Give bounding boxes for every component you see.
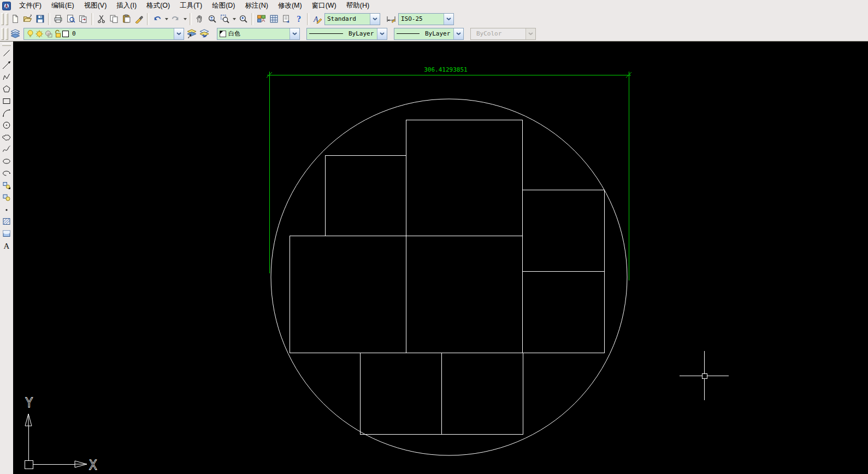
cad-rectangle[interactable] <box>406 236 522 353</box>
polygon-tool-button[interactable] <box>1 83 13 95</box>
toolbar-separator <box>307 13 309 25</box>
plot-style-value: ByColor <box>471 28 525 39</box>
zoom-previous-button[interactable] <box>237 13 250 25</box>
text-style-combo-arrow[interactable] <box>370 14 380 25</box>
pan-button[interactable] <box>193 13 206 25</box>
dim-style-icon[interactable] <box>385 13 397 25</box>
arc-tool-button[interactable] <box>1 107 13 119</box>
zoom-options-button[interactable] <box>231 13 237 25</box>
redo-button[interactable] <box>169 13 182 25</box>
menu-window[interactable]: 窗口(W) <box>307 0 341 11</box>
toolbar-grip[interactable] <box>1 28 4 40</box>
cad-rectangle[interactable] <box>522 271 604 353</box>
help-icon: ? <box>294 14 304 24</box>
polyline-tool-button[interactable] <box>1 71 13 83</box>
undo-button[interactable] <box>151 13 163 25</box>
layer-properties-manager-button[interactable] <box>9 27 21 40</box>
toolbar-grip[interactable] <box>1 13 4 25</box>
properties-palette-button[interactable]: A <box>255 13 268 25</box>
toolbar-grip[interactable] <box>5 28 8 40</box>
cad-rectangle[interactable] <box>441 353 523 434</box>
layer-previous-button[interactable] <box>198 27 210 40</box>
linear-dimension[interactable]: 306.41293851 <box>267 66 631 280</box>
line-tool-button[interactable] <box>1 47 13 59</box>
copy-button[interactable] <box>108 13 120 25</box>
layer-combo[interactable]: 0 <box>23 28 184 40</box>
linetype-combo[interactable]: ByLayer <box>306 28 387 40</box>
menu-dimension[interactable]: 标注(N) <box>240 0 273 11</box>
ellipse-tool-button[interactable] <box>1 155 13 167</box>
menu-file[interactable]: 文件(F) <box>14 0 46 11</box>
layer-unlock-icon[interactable] <box>54 30 62 38</box>
color-combo[interactable]: 白色 <box>217 28 300 40</box>
rectangle-tool-button[interactable] <box>1 95 13 107</box>
menu-insert[interactable]: 插入(I) <box>111 0 141 11</box>
spline-tool-button[interactable] <box>1 143 13 155</box>
menu-format[interactable]: 格式(O) <box>141 0 175 11</box>
layer-combo-arrow[interactable] <box>174 28 184 39</box>
help-button[interactable]: ? <box>293 13 305 25</box>
lineweight-combo[interactable]: ByLayer <box>394 28 464 40</box>
menu-modify[interactable]: 修改(M) <box>273 0 307 11</box>
menu-view[interactable]: 视图(V) <box>79 0 112 11</box>
model-space-canvas[interactable]: 306.41293851YX <box>13 42 868 474</box>
hatch-tool-button[interactable] <box>1 215 13 227</box>
insert-block-tool-button[interactable] <box>1 179 13 191</box>
layer-on-bulb-icon[interactable] <box>26 30 34 38</box>
make-object-layer-current-button[interactable] <box>185 27 198 40</box>
multiline-text-tool-button[interactable]: A <box>1 239 13 251</box>
point-icon <box>2 205 11 214</box>
color-combo-arrow[interactable] <box>290 28 299 39</box>
cad-rectangle[interactable] <box>290 236 406 353</box>
layer-thaw-sun-icon[interactable] <box>35 30 44 38</box>
construction-line-icon <box>2 61 11 69</box>
dim-style-combo-arrow[interactable] <box>444 14 453 25</box>
cad-rectangle[interactable] <box>522 190 604 271</box>
cad-drawing[interactable]: 306.41293851YX <box>13 42 868 474</box>
cad-rectangle[interactable] <box>360 353 441 434</box>
layer-color-swatch[interactable] <box>62 31 69 37</box>
ellipse-arc-tool-button[interactable] <box>1 167 13 179</box>
make-block-icon <box>2 193 11 202</box>
linetype-combo-arrow[interactable] <box>377 28 387 39</box>
plot-preview-button[interactable] <box>64 13 77 25</box>
cad-rectangle[interactable] <box>406 120 522 236</box>
current-color-swatch <box>220 31 226 37</box>
redo-options-button[interactable] <box>182 13 188 25</box>
match-properties-button[interactable] <box>133 13 145 25</box>
save-button[interactable] <box>34 13 46 25</box>
sheet-set-manager-button[interactable] <box>280 13 293 25</box>
cut-button[interactable] <box>95 13 108 25</box>
menu-tools[interactable]: 工具(T) <box>175 0 207 11</box>
open-file-button[interactable] <box>21 13 34 25</box>
plot-button[interactable] <box>52 13 64 25</box>
make-block-tool-button[interactable] <box>1 191 13 203</box>
text-style-combo[interactable]: Standard <box>324 13 380 25</box>
cad-circle[interactable] <box>271 99 627 455</box>
revision-cloud-tool-button[interactable] <box>1 131 13 143</box>
lineweight-combo-arrow[interactable] <box>453 28 463 39</box>
paste-button[interactable] <box>120 13 133 25</box>
layers-toolbar: 0 白色 ByLayer <box>0 26 868 42</box>
publish-button[interactable] <box>77 13 90 25</box>
circle-tool-button[interactable] <box>1 119 13 131</box>
menu-edit[interactable]: 编辑(E) <box>46 0 79 11</box>
menu-draw[interactable]: 绘图(D) <box>207 0 240 11</box>
zoom-window-button[interactable] <box>219 13 231 25</box>
layer-vp-freeze-icon[interactable] <box>44 30 53 38</box>
toolbar-grip[interactable] <box>2 43 11 46</box>
undo-options-button[interactable] <box>163 13 169 25</box>
cad-rectangle[interactable] <box>325 155 406 236</box>
tool-palettes-button[interactable] <box>268 13 280 25</box>
zoom-realtime-button[interactable] <box>206 13 219 25</box>
construction-line-tool-button[interactable] <box>1 59 13 71</box>
menu-help[interactable]: 帮助(H) <box>341 0 374 11</box>
new-file-button[interactable] <box>9 13 21 25</box>
gradient-tool-button[interactable] <box>1 227 13 239</box>
text-style-icon[interactable]: A <box>311 13 323 25</box>
toolbar-grip[interactable] <box>5 13 8 25</box>
text-style-value: Standard <box>325 14 370 25</box>
point-tool-button[interactable] <box>1 203 13 215</box>
dim-style-combo[interactable]: ISO-25 <box>398 13 454 25</box>
redo-icon <box>171 14 180 24</box>
